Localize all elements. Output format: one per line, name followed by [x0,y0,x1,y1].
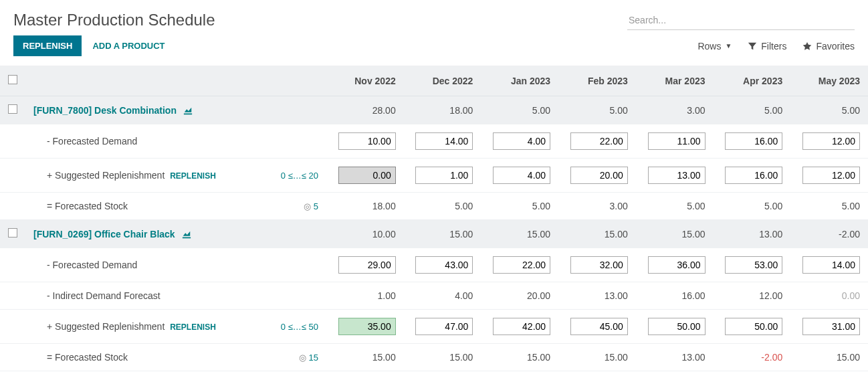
replenishment-input[interactable] [648,167,706,184]
filters-button[interactable]: Filters [748,41,786,52]
demand-input[interactable] [338,256,396,274]
summary-cell: 15.00 [404,220,481,248]
summary-cell: 5.00 [714,96,791,124]
indirect-demand-row: - Indirect Demand Forecast 1.00 4.00 20.… [0,282,868,310]
row-label: = Forecasted Stock [33,201,128,211]
replenishment-input[interactable] [802,167,860,184]
demand-input[interactable] [570,132,628,150]
demand-input[interactable] [415,132,473,150]
demand-input[interactable] [648,132,706,150]
replenishment-input[interactable] [570,318,628,335]
indirect-cell: 20.00 [481,282,558,310]
summary-cell: 5.00 [558,96,636,124]
row-label: - Forecasted Demand [33,260,137,270]
search-input[interactable] [627,11,855,30]
target-icon: ◎ [299,353,306,363]
replenishment-input[interactable] [415,318,473,335]
header-month: Jan 2023 [481,66,558,96]
indirect-cell: 12.00 [714,282,791,310]
replenishment-input[interactable] [493,167,550,184]
replenishment-input[interactable] [493,318,550,335]
row-label: = Forecasted Stock [33,352,128,363]
summary-cell: 5.00 [790,96,868,124]
add-product-button[interactable]: ADD A PRODUCT [92,41,165,51]
product-link[interactable]: [FURN_0269] Office Chair Black [33,229,175,240]
filters-label: Filters [761,41,786,52]
summary-cell: 10.00 [326,220,404,248]
summary-cell: 28.00 [326,96,404,124]
suggested-replenishment-row: + Suggested Replenishment REPLENISH 0 ≤…… [0,310,868,344]
header-month: Nov 2022 [326,66,404,96]
indirect-cell: 16.00 [636,282,714,310]
row-label: - Indirect Demand Forecast [33,290,160,301]
stock-cell: 15.00 [558,344,636,371]
rows-dropdown[interactable]: Rows ▼ [697,41,732,52]
demand-input[interactable] [570,256,628,274]
page-title: Master Production Schedule [13,11,215,29]
replenishment-input[interactable] [338,167,396,184]
replenishment-input[interactable] [725,318,782,335]
stock-cell: -2.00 [714,344,791,371]
forecasted-demand-row: - Forecasted Demand [0,124,868,159]
forecasted-demand-row: - Forecasted Demand [0,248,868,282]
replenish-inline-button[interactable]: REPLENISH [170,322,216,332]
indirect-cell: 4.00 [404,282,481,310]
star-icon [802,41,812,51]
demand-input[interactable] [725,132,782,150]
stock-cell: 3.00 [558,193,636,220]
row-checkbox[interactable] [8,104,17,114]
product-summary-row: [FURN_7800] Desk Combination 28.00 18.00… [0,96,868,124]
summary-cell: 5.00 [481,96,558,124]
demand-input[interactable] [338,132,396,150]
indirect-cell: 13.00 [558,282,636,310]
grid-header-row: Nov 2022 Dec 2022 Jan 2023 Feb 2023 Mar … [0,66,868,96]
replenish-inline-button[interactable]: REPLENISH [170,171,216,181]
favorites-label: Favorites [816,41,855,52]
row-label: + Suggested Replenishment [33,170,165,181]
demand-input[interactable] [802,132,860,150]
replenishment-input[interactable] [802,318,860,335]
forecasted-stock-row: = Forecasted Stock ◎5 18.00 5.00 5.00 3.… [0,193,868,220]
row-checkbox[interactable] [8,228,17,237]
demand-input[interactable] [725,256,782,274]
header-hint-col [259,66,326,96]
replenishment-input[interactable] [725,167,782,184]
demand-input[interactable] [648,256,706,274]
chart-icon[interactable] [183,105,193,116]
summary-cell: 18.00 [404,96,481,124]
replenish-button[interactable]: REPLENISH [13,35,82,56]
replenishment-input[interactable] [648,318,706,335]
demand-input[interactable] [415,256,473,274]
chart-icon[interactable] [182,229,191,240]
summary-cell: 3.00 [636,96,714,124]
stock-cell: 15.00 [481,344,558,371]
demand-input[interactable] [802,256,860,274]
mps-grid: Nov 2022 Dec 2022 Jan 2023 Feb 2023 Mar … [0,66,868,371]
header-month: Mar 2023 [636,66,714,96]
row-label: + Suggested Replenishment [33,321,165,332]
replenishment-input[interactable] [570,167,628,184]
favorites-button[interactable]: Favorites [802,41,855,52]
stock-cell: 5.00 [790,193,868,220]
select-all-checkbox[interactable] [8,75,17,84]
summary-cell: 13.00 [714,220,791,248]
demand-input[interactable] [493,132,550,150]
product-link[interactable]: [FURN_7800] Desk Combination [33,105,177,116]
stock-cell: 15.00 [790,344,868,371]
indirect-cell: 1.00 [326,282,404,310]
stock-target: 15 [309,353,318,363]
forecasted-stock-row: = Forecasted Stock ◎15 15.00 15.00 15.00… [0,344,868,371]
replenishment-input[interactable] [415,167,473,184]
caret-down-icon: ▼ [725,42,732,50]
stock-cell: 18.00 [326,193,404,220]
replenishment-input[interactable] [338,318,396,335]
header-product-col [25,66,259,96]
summary-cell: -2.00 [790,220,868,248]
rows-label: Rows [697,41,721,52]
stock-cell: 5.00 [404,193,481,220]
row-label: - Forecasted Demand [33,136,137,147]
stock-cell: 13.00 [636,344,714,371]
demand-input[interactable] [493,256,550,274]
summary-cell: 15.00 [558,220,636,248]
stock-target: 5 [314,201,318,211]
